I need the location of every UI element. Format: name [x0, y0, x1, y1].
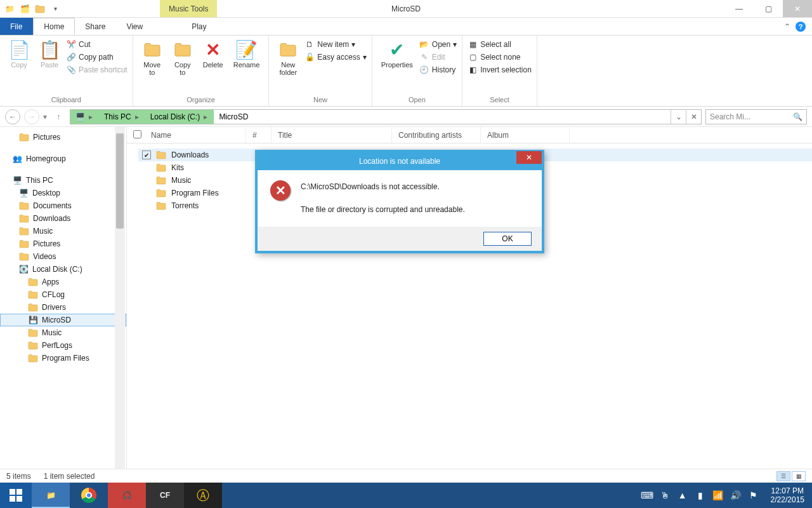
- tray-flag-icon[interactable]: ⚑: [748, 490, 759, 500]
- tray-up-icon[interactable]: ▲: [677, 490, 688, 500]
- taskbar-explorer[interactable]: 📁: [32, 483, 70, 508]
- taskbar-clock[interactable]: 12:07 PM 2/22/2015: [766, 486, 809, 505]
- taskbar-app-headphones[interactable]: 🎧: [108, 483, 146, 508]
- move-to-button[interactable]: Move to: [138, 38, 166, 77]
- properties-button[interactable]: ✔Properties: [377, 38, 417, 70]
- help-icon[interactable]: ?: [796, 22, 806, 32]
- search-icon: 🔍: [793, 112, 802, 121]
- nav-music[interactable]: Music: [0, 225, 126, 237]
- dialog-message-line1: C:\MicroSD\Downloads is not accessible.: [301, 180, 465, 194]
- open-button[interactable]: 📂Open ▾: [419, 39, 457, 50]
- forward-button[interactable]: →: [24, 109, 39, 124]
- cut-button[interactable]: ✂️Cut: [66, 39, 128, 50]
- tab-file[interactable]: File: [0, 18, 33, 35]
- nav-downloads[interactable]: Downloads: [0, 212, 126, 225]
- easy-access-button[interactable]: 🔓Easy access ▾: [304, 52, 366, 62]
- breadcrumb-microsd[interactable]: MicroSD: [214, 110, 253, 124]
- tab-home[interactable]: Home: [33, 18, 75, 35]
- icons-view-button[interactable]: ▦: [792, 471, 806, 481]
- app-icon: 📁: [3, 2, 16, 16]
- copy-path-button[interactable]: 🔗Copy path: [66, 52, 128, 62]
- paste-shortcut-button[interactable]: 📎Paste shortcut: [66, 65, 128, 75]
- nav-desktop[interactable]: 🖥️Desktop: [0, 187, 126, 199]
- tab-share[interactable]: Share: [75, 18, 116, 35]
- col-name[interactable]: Name: [145, 127, 246, 143]
- row-checkbox[interactable]: ✔: [142, 150, 151, 159]
- maximize-button[interactable]: ▢: [754, 0, 783, 17]
- recent-dropdown-icon[interactable]: ▾: [43, 112, 47, 121]
- col-title[interactable]: Title: [272, 127, 392, 143]
- address-bar[interactable]: 🖥️▸ This PC▸ Local Disk (C:)▸ MicroSD ⌄ …: [70, 109, 702, 124]
- tab-play[interactable]: Play: [181, 18, 217, 35]
- select-none-button[interactable]: ▢Select none: [468, 52, 532, 62]
- nav-music2[interactable]: Music: [0, 326, 126, 339]
- tray-mouse-icon[interactable]: 🖱: [659, 490, 671, 500]
- address-dropdown-icon[interactable]: ⌄: [671, 110, 686, 124]
- nav-program-files[interactable]: Program Files: [0, 352, 126, 364]
- nav-scrollbar[interactable]: [115, 127, 125, 469]
- back-button[interactable]: ←: [5, 109, 20, 124]
- select-all-checkbox[interactable]: [133, 130, 141, 138]
- tray-network-icon[interactable]: 📶: [712, 490, 724, 500]
- nav-homegroup[interactable]: 👥Homegroup: [0, 152, 126, 165]
- easy-access-icon: 🔓: [304, 52, 315, 62]
- copy-button[interactable]: 📄Copy: [5, 38, 33, 70]
- collapse-ribbon-icon[interactable]: ⌃: [784, 22, 790, 31]
- qat-dropdown-icon[interactable]: ▾: [48, 2, 62, 16]
- start-button[interactable]: [0, 483, 32, 508]
- nav-pictures2[interactable]: Pictures: [0, 237, 126, 250]
- rename-button[interactable]: 📝Rename: [230, 38, 264, 70]
- breadcrumb-this-pc[interactable]: This PC▸: [99, 110, 145, 124]
- breadcrumb-pc-icon[interactable]: 🖥️▸: [70, 110, 99, 124]
- nav-cflog[interactable]: CFLog: [0, 288, 126, 301]
- minimize-button[interactable]: —: [724, 0, 754, 17]
- new-folder-button[interactable]: New folder: [274, 38, 302, 77]
- col-album[interactable]: Album: [481, 127, 570, 143]
- delete-button[interactable]: ✕Delete: [199, 38, 227, 70]
- copy-to-button[interactable]: Copy to: [169, 38, 197, 77]
- qat-newfolder-icon[interactable]: [33, 2, 47, 16]
- nav-this-pc[interactable]: 🖥️This PC: [0, 174, 126, 187]
- dialog-close-button[interactable]: ✕: [516, 151, 542, 164]
- new-item-button[interactable]: 🗋New item ▾: [304, 39, 366, 50]
- taskbar-chrome[interactable]: [70, 483, 108, 508]
- col-artists[interactable]: Contributing artists: [392, 127, 481, 143]
- details-view-button[interactable]: ☰: [776, 471, 790, 481]
- invert-selection-button[interactable]: ◧Invert selection: [468, 65, 532, 75]
- column-headers[interactable]: Name # Title Contributing artists Album: [127, 127, 812, 144]
- select-all-button[interactable]: ▦Select all: [468, 39, 532, 50]
- tray-battery-icon[interactable]: ▮: [695, 490, 706, 500]
- edit-button[interactable]: ✎Edit: [419, 52, 457, 62]
- nav-perflogs[interactable]: PerfLogs: [0, 339, 126, 352]
- chevron-down-icon: ▾: [351, 40, 355, 49]
- breadcrumb-local-disk[interactable]: Local Disk (C:)▸: [145, 110, 214, 124]
- search-input[interactable]: Search Mi... 🔍: [705, 109, 807, 124]
- group-label-clipboard: Clipboard: [5, 95, 128, 104]
- nav-apps[interactable]: Apps: [0, 276, 126, 288]
- col-num[interactable]: #: [246, 127, 272, 143]
- tray-keyboard-icon[interactable]: ⌨: [641, 490, 653, 500]
- music-tools-tab[interactable]: Music Tools: [160, 0, 217, 17]
- dialog-ok-button[interactable]: OK: [483, 232, 532, 246]
- error-icon: ✕: [270, 180, 291, 201]
- nav-documents[interactable]: Documents: [0, 199, 126, 212]
- taskbar-app-anarchy[interactable]: Ⓐ: [184, 483, 222, 508]
- tray-volume-icon[interactable]: 🔊: [730, 490, 742, 500]
- nav-pictures[interactable]: Pictures: [0, 131, 126, 144]
- qat-properties-icon[interactable]: 🗂️: [18, 2, 32, 16]
- nav-drivers[interactable]: Drivers: [0, 301, 126, 314]
- svg-rect-3: [16, 496, 22, 502]
- tab-view[interactable]: View: [116, 18, 154, 35]
- nav-videos[interactable]: Videos: [0, 250, 126, 263]
- nav-local-disk[interactable]: 💽Local Disk (C:): [0, 263, 126, 276]
- navigation-pane[interactable]: Pictures 👥Homegroup 🖥️This PC 🖥️Desktop …: [0, 127, 127, 469]
- taskbar-app-cf[interactable]: CF: [146, 483, 184, 508]
- close-button[interactable]: ✕: [783, 0, 812, 17]
- clock-time: 12:07 PM: [771, 486, 804, 495]
- history-button[interactable]: 🕘History: [419, 65, 457, 75]
- paste-button[interactable]: 📋Paste: [36, 38, 63, 70]
- pc-icon: 🖥️: [13, 176, 22, 185]
- nav-microsd[interactable]: 💾MicroSD: [0, 314, 126, 326]
- up-button[interactable]: ↑: [51, 109, 66, 124]
- refresh-button[interactable]: ✕: [686, 110, 701, 124]
